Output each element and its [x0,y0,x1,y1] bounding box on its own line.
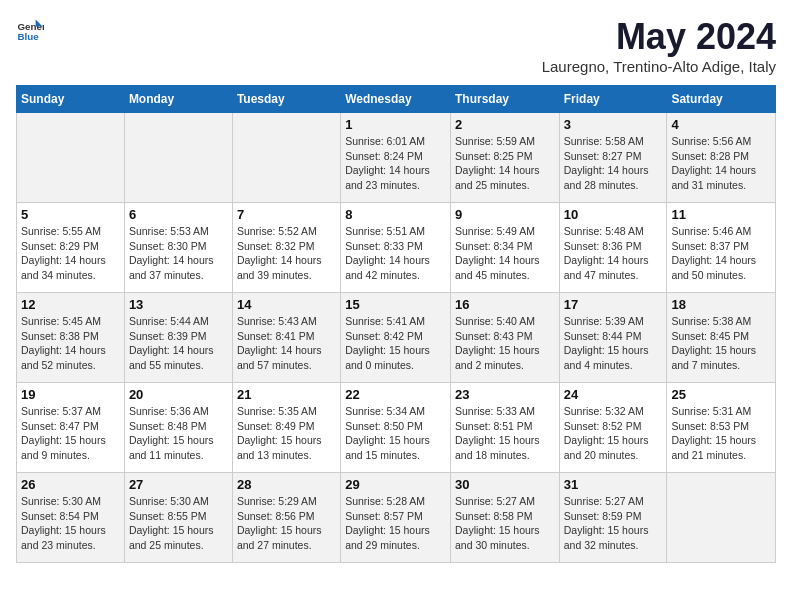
day-detail: Sunrise: 5:28 AMSunset: 8:57 PMDaylight:… [345,494,446,553]
day-number: 5 [21,207,120,222]
calendar-cell: 28Sunrise: 5:29 AMSunset: 8:56 PMDayligh… [232,473,340,563]
svg-text:Blue: Blue [17,31,39,42]
day-number: 24 [564,387,663,402]
day-number: 15 [345,297,446,312]
day-detail: Sunrise: 5:27 AMSunset: 8:59 PMDaylight:… [564,494,663,553]
calendar-cell [667,473,776,563]
header-day-friday: Friday [559,86,667,113]
day-number: 19 [21,387,120,402]
day-number: 25 [671,387,771,402]
day-number: 8 [345,207,446,222]
day-detail: Sunrise: 6:01 AMSunset: 8:24 PMDaylight:… [345,134,446,193]
week-row-1: 1Sunrise: 6:01 AMSunset: 8:24 PMDaylight… [17,113,776,203]
day-number: 7 [237,207,336,222]
day-detail: Sunrise: 5:59 AMSunset: 8:25 PMDaylight:… [455,134,555,193]
calendar-cell: 11Sunrise: 5:46 AMSunset: 8:37 PMDayligh… [667,203,776,293]
day-detail: Sunrise: 5:48 AMSunset: 8:36 PMDaylight:… [564,224,663,283]
calendar-cell: 29Sunrise: 5:28 AMSunset: 8:57 PMDayligh… [341,473,451,563]
day-detail: Sunrise: 5:56 AMSunset: 8:28 PMDaylight:… [671,134,771,193]
calendar-cell: 8Sunrise: 5:51 AMSunset: 8:33 PMDaylight… [341,203,451,293]
day-detail: Sunrise: 5:38 AMSunset: 8:45 PMDaylight:… [671,314,771,373]
calendar-cell: 9Sunrise: 5:49 AMSunset: 8:34 PMDaylight… [450,203,559,293]
day-number: 18 [671,297,771,312]
day-number: 28 [237,477,336,492]
day-detail: Sunrise: 5:43 AMSunset: 8:41 PMDaylight:… [237,314,336,373]
calendar-cell: 16Sunrise: 5:40 AMSunset: 8:43 PMDayligh… [450,293,559,383]
day-number: 27 [129,477,228,492]
week-row-3: 12Sunrise: 5:45 AMSunset: 8:38 PMDayligh… [17,293,776,383]
day-detail: Sunrise: 5:44 AMSunset: 8:39 PMDaylight:… [129,314,228,373]
day-detail: Sunrise: 5:45 AMSunset: 8:38 PMDaylight:… [21,314,120,373]
calendar-cell: 19Sunrise: 5:37 AMSunset: 8:47 PMDayligh… [17,383,125,473]
day-number: 26 [21,477,120,492]
calendar-cell: 12Sunrise: 5:45 AMSunset: 8:38 PMDayligh… [17,293,125,383]
calendar-cell: 13Sunrise: 5:44 AMSunset: 8:39 PMDayligh… [124,293,232,383]
day-number: 1 [345,117,446,132]
day-detail: Sunrise: 5:37 AMSunset: 8:47 PMDaylight:… [21,404,120,463]
calendar-cell: 7Sunrise: 5:52 AMSunset: 8:32 PMDaylight… [232,203,340,293]
calendar-cell: 22Sunrise: 5:34 AMSunset: 8:50 PMDayligh… [341,383,451,473]
calendar-cell: 5Sunrise: 5:55 AMSunset: 8:29 PMDaylight… [17,203,125,293]
day-detail: Sunrise: 5:27 AMSunset: 8:58 PMDaylight:… [455,494,555,553]
day-number: 21 [237,387,336,402]
day-detail: Sunrise: 5:40 AMSunset: 8:43 PMDaylight:… [455,314,555,373]
calendar-table: SundayMondayTuesdayWednesdayThursdayFrid… [16,85,776,563]
month-year-title: May 2024 [542,16,776,58]
logo-icon: General Blue [16,16,44,44]
calendar-cell: 25Sunrise: 5:31 AMSunset: 8:53 PMDayligh… [667,383,776,473]
day-number: 17 [564,297,663,312]
day-detail: Sunrise: 5:33 AMSunset: 8:51 PMDaylight:… [455,404,555,463]
day-number: 6 [129,207,228,222]
day-detail: Sunrise: 5:51 AMSunset: 8:33 PMDaylight:… [345,224,446,283]
day-detail: Sunrise: 5:36 AMSunset: 8:48 PMDaylight:… [129,404,228,463]
calendar-cell: 3Sunrise: 5:58 AMSunset: 8:27 PMDaylight… [559,113,667,203]
header-day-saturday: Saturday [667,86,776,113]
day-number: 11 [671,207,771,222]
day-detail: Sunrise: 5:53 AMSunset: 8:30 PMDaylight:… [129,224,228,283]
calendar-cell: 23Sunrise: 5:33 AMSunset: 8:51 PMDayligh… [450,383,559,473]
calendar-cell [232,113,340,203]
day-number: 23 [455,387,555,402]
calendar-cell [17,113,125,203]
calendar-cell: 18Sunrise: 5:38 AMSunset: 8:45 PMDayligh… [667,293,776,383]
day-number: 12 [21,297,120,312]
day-detail: Sunrise: 5:30 AMSunset: 8:55 PMDaylight:… [129,494,228,553]
logo: General Blue [16,16,44,44]
day-detail: Sunrise: 5:58 AMSunset: 8:27 PMDaylight:… [564,134,663,193]
calendar-cell: 21Sunrise: 5:35 AMSunset: 8:49 PMDayligh… [232,383,340,473]
day-detail: Sunrise: 5:31 AMSunset: 8:53 PMDaylight:… [671,404,771,463]
header-day-thursday: Thursday [450,86,559,113]
calendar-cell: 31Sunrise: 5:27 AMSunset: 8:59 PMDayligh… [559,473,667,563]
week-row-2: 5Sunrise: 5:55 AMSunset: 8:29 PMDaylight… [17,203,776,293]
day-number: 14 [237,297,336,312]
week-row-5: 26Sunrise: 5:30 AMSunset: 8:54 PMDayligh… [17,473,776,563]
day-detail: Sunrise: 5:52 AMSunset: 8:32 PMDaylight:… [237,224,336,283]
header-day-tuesday: Tuesday [232,86,340,113]
day-detail: Sunrise: 5:55 AMSunset: 8:29 PMDaylight:… [21,224,120,283]
page-header: General Blue May 2024 Lauregno, Trentino… [16,16,776,75]
calendar-cell: 1Sunrise: 6:01 AMSunset: 8:24 PMDaylight… [341,113,451,203]
calendar-cell: 6Sunrise: 5:53 AMSunset: 8:30 PMDaylight… [124,203,232,293]
day-number: 16 [455,297,555,312]
calendar-cell: 15Sunrise: 5:41 AMSunset: 8:42 PMDayligh… [341,293,451,383]
day-number: 22 [345,387,446,402]
day-detail: Sunrise: 5:39 AMSunset: 8:44 PMDaylight:… [564,314,663,373]
day-number: 20 [129,387,228,402]
day-detail: Sunrise: 5:34 AMSunset: 8:50 PMDaylight:… [345,404,446,463]
day-number: 4 [671,117,771,132]
location-subtitle: Lauregno, Trentino-Alto Adige, Italy [542,58,776,75]
day-number: 2 [455,117,555,132]
calendar-cell: 26Sunrise: 5:30 AMSunset: 8:54 PMDayligh… [17,473,125,563]
week-row-4: 19Sunrise: 5:37 AMSunset: 8:47 PMDayligh… [17,383,776,473]
calendar-cell: 30Sunrise: 5:27 AMSunset: 8:58 PMDayligh… [450,473,559,563]
calendar-cell [124,113,232,203]
calendar-cell: 10Sunrise: 5:48 AMSunset: 8:36 PMDayligh… [559,203,667,293]
day-detail: Sunrise: 5:49 AMSunset: 8:34 PMDaylight:… [455,224,555,283]
header-day-wednesday: Wednesday [341,86,451,113]
calendar-cell: 27Sunrise: 5:30 AMSunset: 8:55 PMDayligh… [124,473,232,563]
calendar-cell: 2Sunrise: 5:59 AMSunset: 8:25 PMDaylight… [450,113,559,203]
day-detail: Sunrise: 5:46 AMSunset: 8:37 PMDaylight:… [671,224,771,283]
header-day-monday: Monday [124,86,232,113]
day-number: 29 [345,477,446,492]
day-number: 3 [564,117,663,132]
